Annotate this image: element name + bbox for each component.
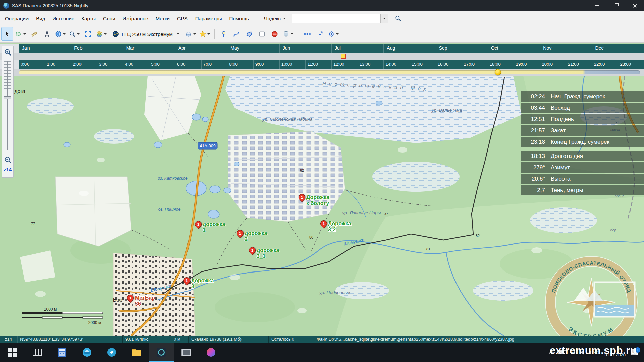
zoom-in-button[interactable] xyxy=(4,48,12,58)
close-button[interactable] xyxy=(625,0,644,11)
hour-segment[interactable]: 20:00 xyxy=(540,60,566,69)
hour-segment[interactable]: 17:00 xyxy=(462,60,488,69)
dropdown-arrow-icon[interactable] xyxy=(336,33,339,35)
hour-segment[interactable]: 1:00 xyxy=(45,60,71,69)
combobox-dropdown-button[interactable] xyxy=(380,14,388,23)
zoom-slider-handle[interactable] xyxy=(4,96,11,99)
taskbar-calculator[interactable] xyxy=(50,343,74,362)
time-slider-handle[interactable] xyxy=(495,69,501,75)
hour-segment[interactable]: 13:00 xyxy=(358,60,384,69)
month-segment[interactable]: Jan xyxy=(19,44,71,53)
month-segment[interactable]: May xyxy=(227,44,279,53)
menu-item[interactable]: Помощь xyxy=(226,14,253,23)
hour-segment[interactable]: 8:00 xyxy=(227,60,253,69)
fullscreen-button[interactable] xyxy=(82,27,94,41)
month-segment[interactable]: Sep xyxy=(436,44,488,53)
search-button[interactable] xyxy=(393,13,403,23)
hour-segment[interactable]: 9:00 xyxy=(253,60,279,69)
menu-item[interactable]: Параметры xyxy=(192,14,226,23)
hour-segment[interactable]: 16:00 xyxy=(436,60,462,69)
hour-segment[interactable]: 15:00 xyxy=(410,60,436,69)
dropdown-arrow-icon[interactable] xyxy=(63,33,66,35)
month-slider[interactable]: JanFebMarAprMayJunJulAugSepOctNovDec xyxy=(19,44,644,53)
hour-segment[interactable]: 6:00 xyxy=(175,60,201,69)
zoom-slider[interactable] xyxy=(4,61,11,150)
hour-segment[interactable]: 21:00 xyxy=(566,60,592,69)
hour-segment[interactable]: 5:00 xyxy=(149,60,175,69)
hour-segment[interactable]: 12:00 xyxy=(331,60,358,69)
hour-segment[interactable]: 14:00 xyxy=(383,60,410,69)
hour-segment[interactable]: 3:00 xyxy=(97,60,123,69)
gps-connect-button[interactable] xyxy=(301,27,313,41)
month-segment[interactable]: Aug xyxy=(383,44,435,53)
hour-segment[interactable]: 11:00 xyxy=(305,60,331,69)
menu-item[interactable]: Избранное xyxy=(119,14,152,23)
hour-segment[interactable]: 19:00 xyxy=(514,60,540,69)
dropdown-arrow-icon[interactable] xyxy=(193,33,196,35)
month-segment[interactable]: Dec xyxy=(592,44,644,53)
menu-item[interactable]: Источник xyxy=(49,14,77,23)
hour-segment[interactable]: 4:00 xyxy=(123,60,149,69)
hour-segment[interactable]: 18:00 xyxy=(488,60,514,69)
hour-segment[interactable]: 10:00 xyxy=(279,60,306,69)
search-provider-dropdown[interactable]: Яндекс xyxy=(261,14,288,23)
daylight-track[interactable] xyxy=(19,70,640,74)
dropdown-arrow-icon[interactable] xyxy=(291,33,293,35)
taskbar-sasplanet[interactable] xyxy=(149,343,174,362)
map-layers-button[interactable] xyxy=(95,27,108,41)
taskbar-paint[interactable] xyxy=(199,343,223,362)
placemark-manager-button[interactable] xyxy=(256,27,268,41)
taskbar-snipping-tool[interactable] xyxy=(174,343,199,362)
menu-item[interactable]: Метки xyxy=(152,14,173,23)
gps-track-button[interactable] xyxy=(314,27,326,41)
favorites-button[interactable] xyxy=(198,27,211,41)
taskbar-edge[interactable] xyxy=(74,343,99,362)
dropdown-arrow-icon[interactable] xyxy=(23,33,26,35)
dropdown-arrow-icon[interactable] xyxy=(207,33,210,35)
search-combobox[interactable] xyxy=(292,14,388,23)
gps-follow-button[interactable] xyxy=(327,27,340,41)
hide-placemarks-button[interactable] xyxy=(269,27,281,41)
select-tool-button[interactable] xyxy=(1,27,13,41)
hour-slider[interactable]: 0:001:002:003:004:005:006:007:008:009:00… xyxy=(19,60,644,69)
menu-item[interactable]: Карты xyxy=(77,14,99,23)
measure-tool-button[interactable] xyxy=(28,27,40,41)
month-segment[interactable]: Jun xyxy=(279,44,331,53)
date-strip[interactable] xyxy=(0,53,644,60)
month-segment[interactable]: Mar xyxy=(123,44,175,53)
menu-item[interactable]: Слои xyxy=(99,14,119,23)
menu-item[interactable]: GPS xyxy=(173,14,192,23)
hour-segment[interactable]: 22:00 xyxy=(592,60,618,69)
distance-calc-button[interactable] xyxy=(41,27,53,41)
month-segment[interactable]: Apr xyxy=(175,44,227,53)
add-path-button[interactable] xyxy=(230,27,243,41)
add-polygon-button[interactable] xyxy=(243,27,255,41)
selected-date-marker[interactable] xyxy=(341,54,346,59)
dropdown-arrow-icon[interactable] xyxy=(104,33,107,35)
add-placemark-button[interactable] xyxy=(218,27,230,41)
start-button[interactable] xyxy=(0,343,25,362)
go-to-button[interactable] xyxy=(54,27,67,41)
hour-segment[interactable]: 2:00 xyxy=(71,60,97,69)
dropdown-arrow-icon[interactable] xyxy=(177,33,179,35)
menu-item[interactable]: Вид xyxy=(32,14,49,23)
task-view-button[interactable] xyxy=(25,343,50,362)
month-segment[interactable]: Nov xyxy=(540,44,592,53)
month-segment[interactable]: Feb xyxy=(71,44,123,53)
selection-area-button[interactable] xyxy=(14,27,28,41)
map-source-dropdown[interactable]: ГГЦ 250 м Экстремум xyxy=(109,27,183,41)
hour-segment[interactable]: 23:00 xyxy=(618,60,644,69)
hour-segment[interactable]: 0:00 xyxy=(19,60,45,69)
taskbar-telegram[interactable] xyxy=(99,343,124,362)
cache-manager-button[interactable] xyxy=(281,27,295,41)
menu-item[interactable]: Операции xyxy=(1,14,32,23)
month-segment[interactable]: Oct xyxy=(488,44,540,53)
zoom-out-button[interactable] xyxy=(4,156,12,165)
overlay-layers-button[interactable] xyxy=(184,27,197,41)
zoom-tool-button[interactable] xyxy=(68,27,81,41)
maximize-button[interactable] xyxy=(606,0,625,11)
month-segment[interactable]: Jul xyxy=(331,44,383,53)
minimize-button[interactable] xyxy=(588,0,606,11)
taskbar-explorer[interactable] xyxy=(124,343,149,362)
hour-segment[interactable]: 7:00 xyxy=(201,60,227,69)
